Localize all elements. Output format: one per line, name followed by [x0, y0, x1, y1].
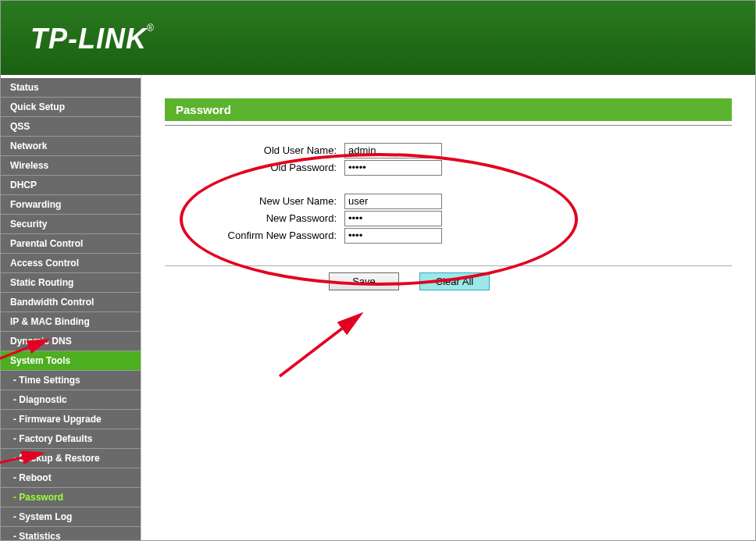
panel-title: Password: [165, 98, 732, 121]
old-user-label: Old User Name:: [188, 144, 344, 156]
new-user-label: New User Name:: [188, 195, 344, 207]
old-pass-label: Old Password:: [188, 162, 344, 173]
nav-bandwidth-control[interactable]: Bandwidth Control: [1, 293, 141, 312]
nav-qss[interactable]: QSS: [1, 117, 141, 137]
brand-logo: TP-LINK®: [30, 23, 155, 55]
new-pass-label: New Password:: [188, 212, 344, 224]
subnav-time-settings[interactable]: - Time Settings: [1, 371, 141, 390]
panel-divider-top: [165, 121, 732, 126]
nav-parental-control[interactable]: Parental Control: [1, 234, 141, 254]
nav-security[interactable]: Security: [1, 215, 141, 234]
nav-access-control[interactable]: Access Control: [1, 254, 141, 273]
nav-system-tools[interactable]: System Tools: [1, 351, 141, 371]
subnav-reboot[interactable]: - Reboot: [1, 468, 141, 488]
main-content: Password Old User Name: Old Password: Ne…: [141, 75, 755, 540]
confirm-pass-label: Confirm New Password:: [188, 230, 344, 241]
nav-static-routing[interactable]: Static Routing: [1, 273, 141, 293]
new-user-input[interactable]: [344, 194, 442, 209]
subnav-factory-defaults[interactable]: - Factory Defaults: [1, 429, 141, 449]
panel-divider-bottom: [165, 265, 732, 266]
old-pass-input[interactable]: [344, 160, 442, 176]
subnav-password[interactable]: - Password: [1, 488, 141, 507]
subnav-system-log[interactable]: - System Log: [1, 507, 141, 527]
nav-network[interactable]: Network: [1, 137, 141, 156]
confirm-pass-input[interactable]: [344, 228, 442, 244]
nav-dynamic-dns[interactable]: Dynamic DNS: [1, 332, 141, 351]
subnav-diagnostic[interactable]: - Diagnostic: [1, 390, 141, 410]
nav-ip-mac-binding[interactable]: IP & MAC Binding: [1, 312, 141, 332]
subnav-backup-restore[interactable]: - Backup & Restore: [1, 449, 141, 468]
save-button[interactable]: Save: [329, 272, 399, 290]
sidebar-nav: Status Quick Setup QSS Network Wireless …: [1, 75, 141, 540]
nav-status[interactable]: Status: [1, 78, 141, 98]
nav-dhcp[interactable]: DHCP: [1, 176, 141, 195]
nav-quick-setup[interactable]: Quick Setup: [1, 98, 141, 117]
clear-all-button[interactable]: Clear All: [419, 272, 490, 290]
password-form: Old User Name: Old Password: New User Na…: [188, 141, 732, 244]
subnav-firmware-upgrade[interactable]: - Firmware Upgrade: [1, 410, 141, 429]
app-header: TP-LINK®: [1, 1, 755, 75]
subnav-statistics[interactable]: - Statistics: [1, 527, 141, 540]
new-pass-input[interactable]: [344, 211, 442, 226]
old-user-input[interactable]: [344, 143, 442, 158]
nav-forwarding[interactable]: Forwarding: [1, 195, 141, 215]
nav-wireless[interactable]: Wireless: [1, 156, 141, 176]
